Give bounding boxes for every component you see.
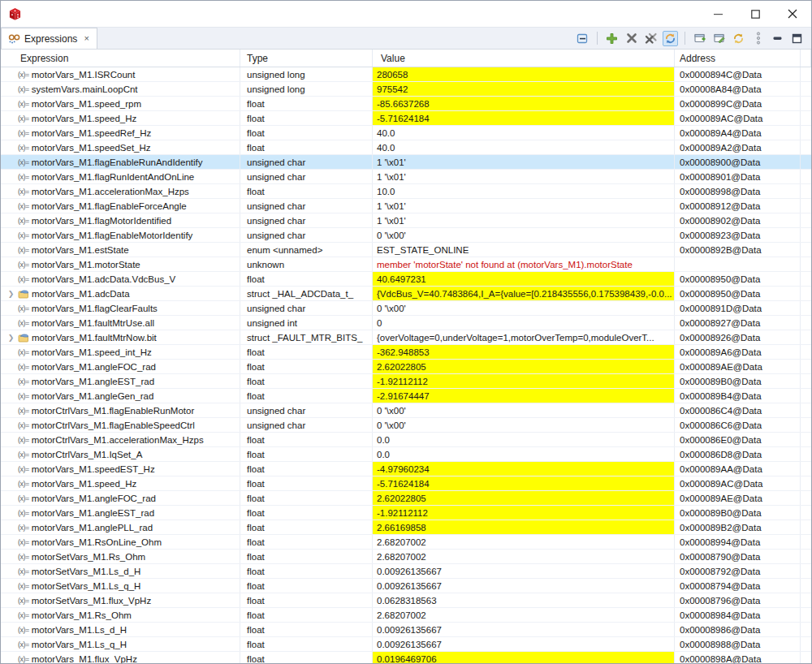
value-cell[interactable]: 0 '\x00' <box>373 403 675 417</box>
table-row[interactable]: ❯ (x)= motorVars_M1.adcData struct _HAL_… <box>1 287 811 301</box>
table-row[interactable]: ❯ (x)= motorVars_M1.speed_int_Hz float -… <box>1 345 811 360</box>
value-cell[interactable]: 0.00926135667 <box>373 564 675 578</box>
value-cell[interactable]: -85.6637268 <box>373 97 675 110</box>
value-cell[interactable]: {VdcBus_V=40.7483864,I_A={value=[0.21843… <box>373 287 675 300</box>
expression-cell[interactable]: ❯ (x)= motorVars_M1.anglePLL_rad <box>1 520 240 534</box>
value-cell[interactable]: -1.92112112 <box>373 506 675 520</box>
table-row[interactable]: ❯ (x)= motorVars_M1.anglePLL_rad float 2… <box>1 520 811 535</box>
value-cell[interactable]: 0 '\x00' <box>373 418 675 432</box>
window-edit-button[interactable] <box>711 31 727 46</box>
table-row[interactable]: ❯ (x)= motorVars_M1.speedSet_Hz float 40… <box>1 140 811 155</box>
expression-cell[interactable]: ❯ (x)= motorVars_M1.angleFOC_rad <box>1 360 240 373</box>
expression-cell[interactable]: ❯ (x)= motorVars_M1.motorState <box>1 257 240 271</box>
table-row[interactable]: ❯ (x)= motorVars_M1.flagEnableForceAngle… <box>1 199 811 213</box>
expression-cell[interactable]: ❯ (x)= motorSetVars_M1.Ls_d_H <box>1 564 240 578</box>
remove-expression-button[interactable] <box>624 31 639 46</box>
expression-cell[interactable]: ❯ (x)= motorVars_M1.flagEnableForceAngle <box>1 199 240 213</box>
table-row[interactable]: ❯ (x)= motorCtrlVars_M1.flagEnableSpeedC… <box>1 418 811 433</box>
table-row[interactable]: ❯ (x)= motorVars_M1.ISRCount unsigned lo… <box>1 67 811 82</box>
expression-cell[interactable]: ❯ (x)= motorVars_M1.estState <box>1 243 240 257</box>
value-cell[interactable]: 0.0 <box>373 447 675 461</box>
expression-cell[interactable]: ❯ (x)= motorVars_M1.speedEST_Hz <box>1 462 240 476</box>
value-cell[interactable]: 0 <box>373 316 675 330</box>
maximize-view-button[interactable] <box>789 31 805 46</box>
value-cell[interactable]: 1 '\x01' <box>373 213 675 227</box>
value-cell[interactable]: 40.0 <box>373 140 675 154</box>
table-row[interactable]: ❯ (x)= motorVars_M1.speed_Hz float -5.71… <box>1 111 811 126</box>
table-row[interactable]: ❯ (x)= systemVars.mainLoopCnt unsigned l… <box>1 82 811 97</box>
table-row[interactable]: ❯ (x)= motorVars_M1.angleEST_rad float -… <box>1 506 811 520</box>
expression-cell[interactable]: ❯ (x)= motorVars_M1.Ls_d_H <box>1 623 240 636</box>
expression-cell[interactable]: ❯ (x)= motorVars_M1.Rs_Ohm <box>1 608 240 622</box>
table-row[interactable]: ❯ (x)= motorVars_M1.angleFOC_rad float 2… <box>1 491 811 506</box>
column-header-type[interactable]: Type <box>240 50 373 67</box>
table-row[interactable]: ❯ (x)= motorVars_M1.Ls_d_H float 0.00926… <box>1 623 811 637</box>
expression-cell[interactable]: ❯ (x)= motorVars_M1.angleEST_rad <box>1 374 240 388</box>
expression-cell[interactable]: ❯ (x)= motorVars_M1.speed_rpm <box>1 97 240 110</box>
window-close-button[interactable] <box>774 1 811 27</box>
value-cell[interactable]: 280658 <box>373 67 675 81</box>
value-cell[interactable]: 2.68207002 <box>373 535 675 549</box>
table-row[interactable]: ❯ (x)= motorSetVars_M1.Ls_q_H float 0.00… <box>1 579 811 593</box>
expression-cell[interactable]: ❯ (x)= motorVars_M1.angleFOC_rad <box>1 491 240 505</box>
window-maximize-button[interactable] <box>736 1 774 27</box>
table-row[interactable]: ❯ (x)= motorVars_M1.Rs_Ohm float 2.68207… <box>1 608 811 623</box>
expression-cell[interactable]: ❯ (x)= motorVars_M1.flagEnableMotorIdent… <box>1 228 240 242</box>
collapse-all-button[interactable] <box>575 31 590 46</box>
table-row[interactable]: ❯ (x)= motorVars_M1.speedRef_Hz float 40… <box>1 126 811 140</box>
table-row[interactable]: ❯ (x)= motorSetVars_M1.Rs_Ohm float 2.68… <box>1 550 811 564</box>
value-cell[interactable]: 1 '\x01' <box>373 155 675 169</box>
table-row[interactable]: ❯ (x)= motorVars_M1.flagMotorIdentified … <box>1 213 811 228</box>
expression-cell[interactable]: ❯ (x)= motorSetVars_M1.Rs_Ohm <box>1 550 240 563</box>
table-row[interactable]: ❯ (x)= motorVars_M1.accelerationMax_Hzps… <box>1 184 811 199</box>
expression-cell[interactable]: ❯ (x)= motorVars_M1.speed_Hz <box>1 476 240 490</box>
value-cell[interactable]: 0 '\x00' <box>373 301 675 315</box>
expression-cell[interactable]: ❯ (x)= motorVars_M1.flux_VpHz <box>1 652 240 663</box>
expand-chevron-icon[interactable]: ❯ <box>6 290 15 298</box>
expression-cell[interactable]: ❯ (x)= motorVars_M1.angleEST_rad <box>1 506 240 520</box>
add-expression-button[interactable] <box>604 31 620 46</box>
window-add-button[interactable] <box>692 31 707 46</box>
table-row[interactable]: ❯ (x)= motorVars_M1.angleFOC_rad float 2… <box>1 360 811 374</box>
value-cell[interactable]: {overVoltage=0,underVoltage=1,motorOverT… <box>373 330 675 344</box>
expression-cell[interactable]: ❯ (x)= motorVars_M1.accelerationMax_Hzps <box>1 184 240 198</box>
expression-cell[interactable]: ❯ (x)= motorVars_M1.adcData <box>1 287 240 300</box>
table-row[interactable]: ❯ (x)= motorVars_M1.flagEnableRunAndIden… <box>1 155 811 170</box>
expression-cell[interactable]: ❯ (x)= motorVars_M1.flagRunIdentAndOnLin… <box>1 170 240 183</box>
column-header-value[interactable]: Value <box>373 50 675 67</box>
expression-cell[interactable]: ❯ (x)= motorVars_M1.speed_Hz <box>1 111 240 125</box>
refresh-button[interactable] <box>731 31 746 46</box>
table-row[interactable]: ❯ (x)= motorVars_M1.RsOnLine_Ohm float 2… <box>1 535 811 550</box>
table-row[interactable]: ❯ (x)= motorVars_M1.angleGen_rad float -… <box>1 389 811 403</box>
table-row[interactable]: ❯ (x)= motorVars_M1.angleEST_rad float -… <box>1 374 811 389</box>
expression-cell[interactable]: ❯ (x)= motorVars_M1.Ls_q_H <box>1 637 240 651</box>
table-row[interactable]: ❯ (x)= motorVars_M1.speed_Hz float -5.71… <box>1 476 811 491</box>
value-cell[interactable]: 0.00926135667 <box>373 637 675 651</box>
value-cell[interactable]: 2.62022805 <box>373 360 675 373</box>
expression-cell[interactable]: ❯ (x)= motorVars_M1.speedRef_Hz <box>1 126 240 140</box>
expression-cell[interactable]: ❯ (x)= motorVars_M1.ISRCount <box>1 67 240 81</box>
value-cell[interactable]: -1.92112112 <box>373 374 675 388</box>
value-cell[interactable]: 0.0628318563 <box>373 593 675 607</box>
expression-cell[interactable]: ❯ (x)= motorVars_M1.faultMtrNow.bit <box>1 330 240 344</box>
table-row[interactable]: ❯ (x)= motorVars_M1.adcData.VdcBus_V flo… <box>1 272 811 287</box>
table-row[interactable]: ❯ (x)= motorVars_M1.faultMtrNow.bit stru… <box>1 330 811 345</box>
expression-cell[interactable]: ❯ (x)= motorVars_M1.flagMotorIdentified <box>1 213 240 227</box>
window-minimize-button[interactable] <box>699 1 736 27</box>
expression-cell[interactable]: ❯ (x)= motorSetVars_M1.Ls_q_H <box>1 579 240 593</box>
continuous-refresh-toggle[interactable] <box>663 31 678 46</box>
value-cell[interactable]: 40.6497231 <box>373 272 675 286</box>
value-cell[interactable]: 2.68207002 <box>373 550 675 563</box>
table-row[interactable]: ❯ (x)= motorVars_M1.Ls_q_H float 0.00926… <box>1 637 811 652</box>
table-row[interactable]: ❯ (x)= motorCtrlVars_M1.IqSet_A float 0.… <box>1 447 811 462</box>
table-row[interactable]: ❯ (x)= motorVars_M1.flagClearFaults unsi… <box>1 301 811 316</box>
table-row[interactable]: ❯ (x)= motorVars_M1.speed_rpm float -85.… <box>1 97 811 111</box>
value-cell[interactable]: 975542 <box>373 82 675 96</box>
expression-cell[interactable]: ❯ (x)= motorCtrlVars_M1.flagEnableSpeedC… <box>1 418 240 432</box>
value-cell[interactable]: 2.66169858 <box>373 520 675 534</box>
expression-cell[interactable]: ❯ (x)= motorCtrlVars_M1.accelerationMax_… <box>1 433 240 446</box>
table-row[interactable]: ❯ (x)= motorSetVars_M1.Ls_d_H float 0.00… <box>1 564 811 579</box>
value-cell[interactable]: 0.00926135667 <box>373 579 675 593</box>
table-row[interactable]: ❯ (x)= motorVars_M1.faultMtrUse.all unsi… <box>1 316 811 330</box>
value-cell[interactable]: -5.71624184 <box>373 476 675 490</box>
